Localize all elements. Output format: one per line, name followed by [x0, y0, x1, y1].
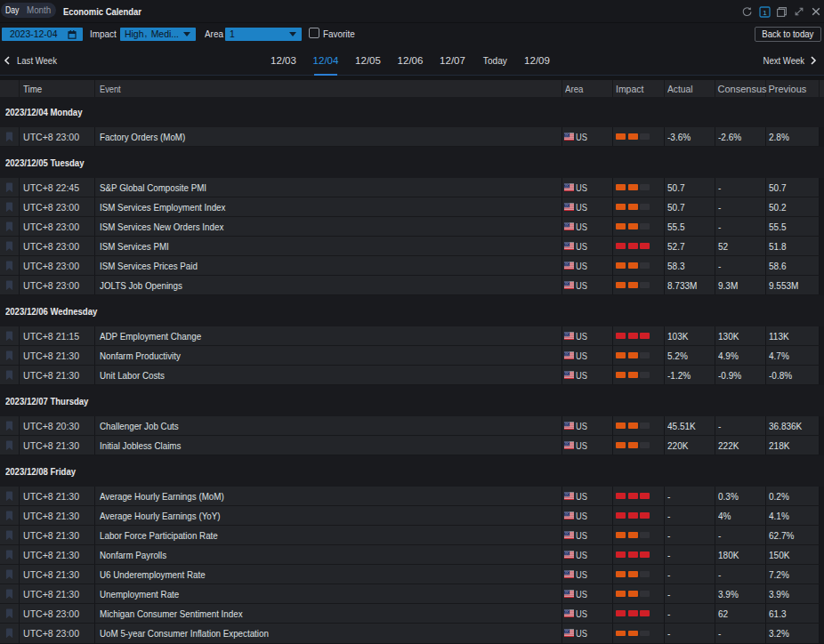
svg-text:1: 1	[763, 8, 767, 16]
